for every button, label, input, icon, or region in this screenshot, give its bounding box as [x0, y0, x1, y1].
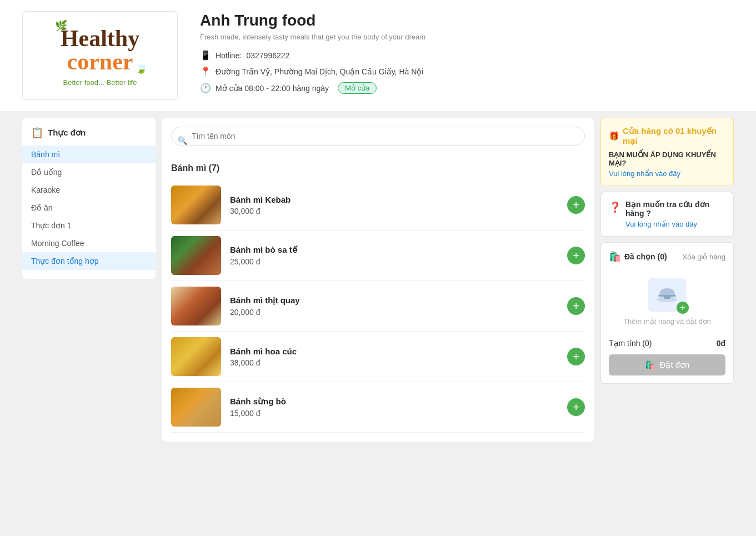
menu-item-name-kebab: Bánh mì Kebab	[230, 195, 558, 204]
lookup-link[interactable]: Vui lòng nhấn vào đây	[625, 220, 725, 228]
order-lookup-box: ❓ Bạn muốn tra cứu đơn hàng ? Vui lòng n…	[600, 192, 734, 237]
lookup-title: Bạn muốn tra cứu đơn hàng ?	[625, 200, 725, 218]
question-icon: ❓	[609, 201, 621, 213]
header: 🌿 Healthy corner 🍃 Better food... Better…	[0, 0, 756, 111]
menu-item-hoacuc: Bánh mì hoa cúc 38,000 đ +	[171, 332, 585, 382]
menu-item-info-sungbo: Bánh sừng bò 15,000 đ	[230, 397, 558, 418]
cart-selected: 🛍️ Đã chọn (0)	[609, 251, 667, 263]
add-button-hoacuc[interactable]: +	[567, 348, 585, 365]
menu-item-info-bosa: Bánh mì bò sa tế 25,000 đ	[230, 245, 558, 266]
phone-icon: 📱	[200, 50, 211, 61]
plus-circle: +	[677, 302, 689, 314]
menu-item-price-bosa: 25,000 đ	[230, 257, 558, 266]
promo-title: 🎁 Cửa hàng có 01 khuyến mại	[609, 126, 725, 146]
menu-item-price-thitquay: 20,000 đ	[230, 308, 558, 317]
menu-item-info-thitquay: Bánh mì thịt quay 20,000 đ	[230, 295, 558, 317]
leaf-icon-right: 🍃	[135, 63, 147, 75]
add-button-sungbo[interactable]: +	[567, 398, 585, 416]
menu-item-price-hoacuc: 38,000 đ	[230, 358, 558, 367]
sidebar-item-karaoke[interactable]: Karaoke	[22, 181, 156, 199]
svg-rect-2	[664, 297, 670, 299]
menu-item-bosa: Bánh mì bò sa tế 25,000 đ +	[171, 231, 585, 281]
order-btn-icon: 🛍️	[645, 360, 655, 370]
sidebar-item-thucdontonghop[interactable]: Thực đơn tổng hợp	[22, 252, 156, 270]
clear-cart-button[interactable]: Xóa giỏ hàng	[683, 253, 725, 261]
category-title: Bánh mì (7)	[171, 163, 585, 173]
hours-text: Mở cửa 08:00 - 22:00 hàng ngày	[216, 84, 329, 93]
menu-item-img-kebab	[171, 186, 221, 224]
subtotal-label: Tạm tính (0)	[609, 339, 652, 348]
menu-item-name-sungbo: Bánh sừng bò	[230, 397, 558, 407]
logo-corner: corner	[61, 48, 139, 76]
cart-empty-label: Thêm mặt hàng và đặt đơn	[623, 317, 711, 325]
promo-question: BẠN MUỐN ÁP DỤNG KHUYẾN MẠI?	[609, 151, 725, 167]
menu-item-name-thitquay: Bánh mì thịt quay	[230, 295, 558, 305]
logo-tagline: Better food... Better life	[61, 78, 139, 87]
menu-item-thitquay: Bánh mì thịt quay 20,000 đ +	[171, 281, 585, 332]
dish-svg	[655, 284, 679, 306]
menu-item-kebab: Bánh mì Kebab 30,000 đ +	[171, 180, 585, 231]
promo-box: 🎁 Cửa hàng có 01 khuyến mại BẠN MUỐN ÁP …	[600, 118, 734, 186]
hotline-label: Hotline:	[216, 51, 242, 60]
right-panel: 🎁 Cửa hàng có 01 khuyến mại BẠN MUỐN ÁP …	[600, 118, 734, 384]
sidebar-item-doan[interactable]: Đồ ăn	[22, 199, 156, 217]
sidebar-item-douong[interactable]: Đồ uống	[22, 163, 156, 181]
hotline-number: 0327996222	[246, 51, 289, 60]
address-row: 📍 Đường Trần Vỹ, Phường Mai Dịch, Quận C…	[200, 66, 425, 77]
menu-item-img-hoacuc	[171, 337, 221, 376]
menu-item-name-bosa: Bánh mì bò sa tế	[230, 245, 558, 255]
cart-header: 🛍️ Đã chọn (0) Xóa giỏ hàng	[609, 251, 725, 263]
gift-icon: 🎁	[609, 131, 619, 141]
menu-item-img-sungbo	[171, 388, 221, 427]
menu-item-name-hoacuc: Bánh mì hoa cúc	[230, 347, 558, 356]
subtotal-amount: 0đ	[717, 339, 725, 348]
logo-content: 🌿 Healthy corner 🍃 Better food... Better…	[61, 24, 139, 87]
logo-box: 🌿 Healthy corner 🍃 Better food... Better…	[22, 11, 178, 100]
sidebar-item-thucdon1[interactable]: Thực đơn 1	[22, 217, 156, 234]
menu-item-img-thitquay	[171, 287, 221, 325]
add-button-thitquay[interactable]: +	[567, 297, 585, 315]
menu-item-img-bosa	[171, 236, 221, 275]
sidebar: 📋 Thực đơn Bánh mì Đồ uống Karaoke Đồ ăn…	[22, 118, 156, 279]
sidebar-item-morningcoffee[interactable]: Morning Coffee	[22, 234, 156, 252]
main-content: 🔍 Bánh mì (7) Bánh mì Kebab 30,000 đ + B…	[162, 118, 594, 442]
menu-icon: 📋	[31, 127, 43, 139]
menu-item-price-kebab: 30,000 đ	[230, 207, 558, 216]
add-button-bosa[interactable]: +	[567, 247, 585, 264]
menu-item-price-sungbo: 15,000 đ	[230, 409, 558, 418]
address-text: Đường Trần Vỹ, Phường Mai Dịch, Quận Cầu…	[216, 67, 423, 76]
store-name: Anh Trung food	[200, 12, 425, 29]
promo-link[interactable]: Vui lòng nhấn vào đây	[609, 169, 725, 178]
sidebar-item-banhmi[interactable]: Bánh mì	[22, 146, 156, 163]
location-icon: 📍	[200, 66, 211, 77]
cart-box: 🛍️ Đã chọn (0) Xóa giỏ hàng +	[600, 242, 734, 384]
svg-rect-1	[658, 295, 676, 297]
add-button-kebab[interactable]: +	[567, 196, 585, 214]
cart-empty-icon: +	[648, 278, 687, 312]
main-layout: 📋 Thực đơn Bánh mì Đồ uống Karaoke Đồ ăn…	[0, 118, 756, 453]
menu-item-sungbo: Bánh sừng bò 15,000 đ +	[171, 382, 585, 433]
cart-subtotal: Tạm tính (0) 0đ	[609, 339, 725, 348]
search-input[interactable]	[171, 127, 585, 146]
search-wrapper: 🔍	[171, 127, 585, 154]
menu-item-info-kebab: Bánh mì Kebab 30,000 đ	[230, 195, 558, 216]
store-subtitle: Fresh made, intensely tasty meals that g…	[200, 33, 425, 41]
order-lookup-content: Bạn muốn tra cứu đơn hàng ? Vui lòng nhấ…	[625, 200, 725, 228]
cart-empty-state: + Thêm mặt hàng và đặt đơn	[609, 269, 725, 334]
sidebar-title: 📋 Thực đơn	[22, 127, 156, 146]
store-info: Anh Trung food Fresh made, intensely tas…	[200, 12, 425, 99]
hotline-row: 📱 Hotline: 0327996222	[200, 50, 425, 61]
order-button[interactable]: 🛍️ Đặt đơn	[609, 354, 725, 375]
clock-icon: 🕐	[200, 83, 211, 93]
open-badge: Mở cửa	[338, 82, 377, 94]
leaf-icon-left: 🌿	[55, 20, 67, 32]
hours-row: 🕐 Mở cửa 08:00 - 22:00 hàng ngày Mở cửa	[200, 82, 425, 94]
bag-icon: 🛍️	[609, 251, 621, 263]
search-icon: 🔍	[178, 136, 187, 145]
menu-item-info-hoacuc: Bánh mì hoa cúc 38,000 đ	[230, 347, 558, 367]
